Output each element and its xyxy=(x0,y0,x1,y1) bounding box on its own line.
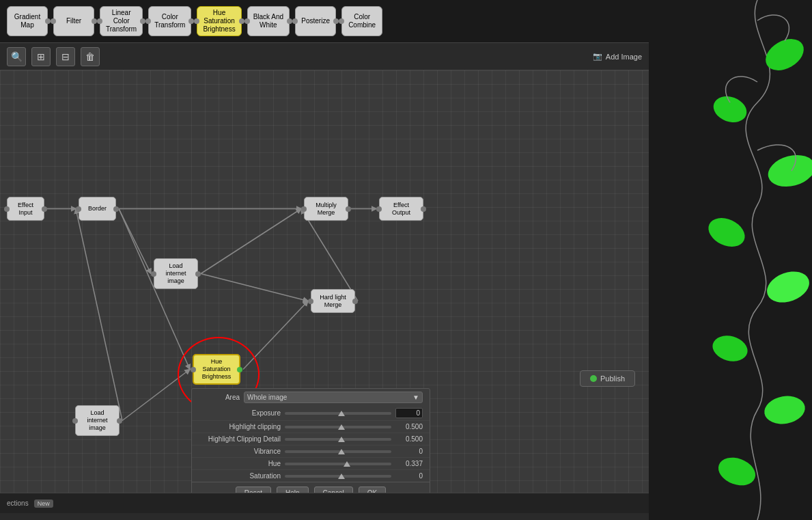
node-dot-left xyxy=(51,18,56,24)
slider-thumb xyxy=(338,449,345,454)
slider-thumb xyxy=(338,424,345,430)
toolbar-node-label: Gradient Map xyxy=(14,13,40,29)
svg-point-7 xyxy=(714,453,759,491)
node-dot-left xyxy=(97,18,102,24)
panel-row-value: 0.337 xyxy=(395,460,423,467)
node-output-dot xyxy=(421,206,426,212)
panel-slider[interactable] xyxy=(285,438,391,441)
panel-rows: Exposure0Highlight clipping0.500Highligh… xyxy=(192,406,430,482)
panel-slider[interactable] xyxy=(285,475,391,478)
panel-row-2: Highlight Clipping Detail0.500 xyxy=(192,433,430,446)
toolbar-node-5[interactable]: Black And White xyxy=(247,6,290,36)
panel-slider[interactable] xyxy=(285,463,391,465)
toolbar-node-0[interactable]: Gradient Map xyxy=(7,6,48,36)
delete-tool-button[interactable]: 🗑 xyxy=(81,47,100,66)
ok-button[interactable]: OK xyxy=(359,487,386,493)
arrange-tool-button[interactable]: ⊞ xyxy=(31,47,51,66)
slider-thumb xyxy=(338,474,345,479)
panel-slider[interactable] xyxy=(285,450,391,453)
canvas-node-effect-input[interactable]: Effect Input xyxy=(7,197,44,221)
second-toolbar: 🔍 ⊞ ⊟ 🗑 📷 Add Image xyxy=(0,43,649,70)
panel-row-label: Vibrance xyxy=(199,448,281,455)
panel-row-label: Hue xyxy=(199,460,281,467)
add-image-icon: 📷 xyxy=(593,52,602,61)
node-output-dot xyxy=(117,418,122,424)
node-input-dot xyxy=(191,367,196,372)
panel-row-label: Highlight Clipping Detail xyxy=(199,435,281,443)
panel-row-value[interactable]: 0 xyxy=(395,408,423,418)
canvas-node-label: Effect Input xyxy=(18,202,33,217)
node-dot-right xyxy=(287,18,292,24)
vine-decoration xyxy=(689,0,812,520)
help-button[interactable]: Help xyxy=(277,487,309,493)
toolbar-node-label: Hue Saturation Brightness xyxy=(203,9,235,33)
panel-row-value: 0 xyxy=(395,472,423,480)
bottom-bar-text: ections xyxy=(7,500,29,507)
area-label: Area xyxy=(199,394,240,401)
new-badge[interactable]: New xyxy=(34,500,53,508)
slider-thumb xyxy=(338,411,345,416)
area-row: Area Whole image ▼ xyxy=(192,389,430,406)
connect-tool-button[interactable]: ⊟ xyxy=(56,47,75,66)
toolbar-node-6[interactable]: Posterize xyxy=(295,6,336,36)
panel-buttons: Reset Help Cancel OK xyxy=(192,482,430,493)
canvas-node-load-internet-2[interactable]: Load internet image xyxy=(75,405,120,436)
canvas-node-label: Hard light Merge xyxy=(320,294,346,309)
connection-line xyxy=(243,301,308,370)
panel-row-4: Hue0.337 xyxy=(192,458,430,470)
cancel-button[interactable]: Cancel xyxy=(314,487,353,493)
canvas-node-load-internet-1[interactable]: Load internet image xyxy=(154,258,198,289)
canvas-node-border[interactable]: Border xyxy=(79,197,116,221)
svg-point-5 xyxy=(710,332,751,365)
node-input-dot xyxy=(72,418,78,424)
toolbar-node-1[interactable]: Filter xyxy=(53,6,94,36)
toolbar-node-label: Linear Color Transform xyxy=(106,9,137,33)
panel-slider[interactable] xyxy=(285,426,391,428)
node-input-dot xyxy=(76,206,81,212)
panel-row-value: 0 xyxy=(395,448,423,455)
panel-row-0: Exposure0 xyxy=(192,406,430,421)
right-panel xyxy=(649,0,812,520)
publish-status-dot xyxy=(590,375,597,382)
slider-thumb xyxy=(344,461,350,467)
node-input-dot xyxy=(376,206,382,212)
area-select[interactable]: Whole image ▼ xyxy=(244,392,423,403)
panel-row-5: Saturation0 xyxy=(192,470,430,482)
node-dot-left xyxy=(244,18,250,24)
connection-line xyxy=(119,209,151,274)
publish-button[interactable]: Publish xyxy=(580,370,635,387)
canvas-node-multiply-merge[interactable]: Multiply Merge xyxy=(304,197,348,221)
node-dot-left xyxy=(339,18,344,24)
connection-line xyxy=(122,370,190,421)
node-dot-right xyxy=(188,18,194,24)
node-input-dot xyxy=(301,206,307,212)
toolbar-node-7[interactable]: Color Combine xyxy=(341,6,382,36)
svg-point-1 xyxy=(710,92,750,127)
canvas-node-effect-output[interactable]: Effect Output xyxy=(379,197,423,221)
canvas-node-hue-sat[interactable]: Hue Saturation Brightness xyxy=(193,354,240,385)
canvas-node-hard-light-merge[interactable]: Hard light Merge xyxy=(311,289,355,313)
toolbar-node-3[interactable]: Color Transform xyxy=(148,6,191,36)
canvas-node-label: Load internet image xyxy=(87,409,107,431)
toolbar-node-label: Posterize xyxy=(301,17,330,25)
toolbar-node-label: Black And White xyxy=(253,13,283,29)
node-input-dot xyxy=(151,271,156,277)
toolbar-node-4[interactable]: Hue Saturation Brightness xyxy=(197,6,241,36)
top-toolbar: Gradient MapFilterLinear Color Transform… xyxy=(0,0,649,43)
connection-line xyxy=(119,209,190,370)
svg-point-6 xyxy=(762,393,807,427)
zoom-tool-button[interactable]: 🔍 xyxy=(7,47,26,66)
canvas-node-label: Hue Saturation Brightness xyxy=(202,358,232,380)
publish-label: Publish xyxy=(600,374,625,383)
add-image-button[interactable]: 📷 Add Image xyxy=(593,52,642,61)
toolbar-node-2[interactable]: Linear Color Transform xyxy=(100,6,143,36)
node-output-dot xyxy=(113,206,119,212)
node-dot-right xyxy=(45,18,51,24)
node-output-dot xyxy=(42,206,47,212)
node-output-dot xyxy=(346,206,351,212)
slider-thumb xyxy=(338,437,345,442)
panel-row-1: Highlight clipping0.500 xyxy=(192,421,430,433)
panel-slider[interactable] xyxy=(285,412,391,415)
reset-button[interactable]: Reset xyxy=(236,487,271,493)
panel-row-label: Highlight clipping xyxy=(199,423,281,430)
